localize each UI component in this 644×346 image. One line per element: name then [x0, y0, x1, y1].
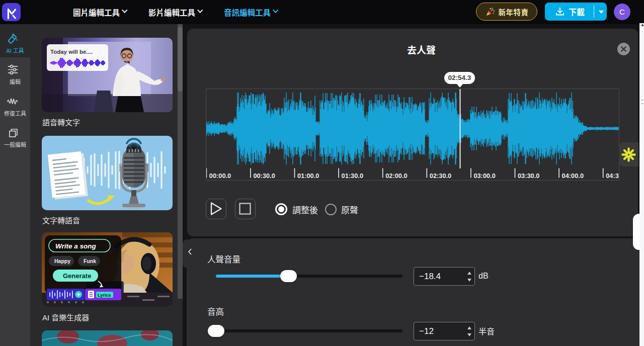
- svg-text:Today will be....: Today will be....: [50, 49, 93, 55]
- svg-text:03:00.0: 03:00.0: [473, 172, 495, 180]
- svg-text:01:30.0: 01:30.0: [342, 172, 363, 180]
- svg-text:02:00.0: 02:00.0: [385, 172, 407, 180]
- svg-text:Happy: Happy: [54, 258, 70, 264]
- svg-text:04:30: 04:30: [606, 172, 619, 180]
- svg-text:03:30.0: 03:30.0: [518, 172, 539, 180]
- svg-text:Lyrics: Lyrics: [98, 293, 111, 298]
- svg-text:00:30.0: 00:30.0: [253, 172, 275, 180]
- svg-text:01:00.0: 01:00.0: [297, 172, 319, 180]
- svg-text:00:00.0: 00:00.0: [209, 172, 231, 180]
- svg-text:Write a song: Write a song: [55, 242, 97, 250]
- svg-text:Funk: Funk: [84, 258, 96, 264]
- svg-text:04:00.0: 04:00.0: [562, 172, 584, 180]
- svg-text:02:30.0: 02:30.0: [430, 172, 451, 180]
- svg-text:Generate: Generate: [63, 272, 91, 280]
